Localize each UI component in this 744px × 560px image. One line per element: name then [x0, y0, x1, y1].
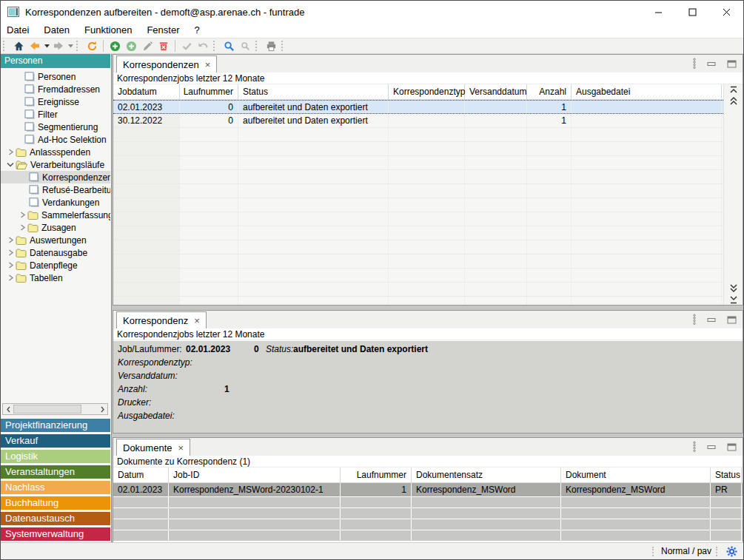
table-row[interactable]: 02.01.2023Korrespondenz_MSWord-20230102-…	[113, 483, 743, 497]
tab-close-icon[interactable]: ×	[178, 442, 184, 453]
tab-close-icon[interactable]: ×	[194, 315, 200, 326]
column-header-dokument[interactable]: Dokument	[561, 468, 711, 482]
module-bar-logistik[interactable]: Logistik	[1, 450, 110, 463]
table-row[interactable]	[113, 269, 723, 283]
sidebar-item-datenpflege[interactable]: Datenpflege	[1, 259, 110, 271]
sidebar-item-sammelerfassung[interactable]: Sammelerfassung	[1, 209, 110, 221]
column-header-laufnummer[interactable]: Laufnummer	[341, 468, 412, 482]
sidebar-item-datenausgabe[interactable]: Datenausgabe	[1, 246, 110, 259]
panel-menu-dots-icon[interactable]	[692, 441, 697, 455]
scroll-left-icon[interactable]	[3, 404, 13, 414]
panel-minimize-icon[interactable]	[707, 443, 717, 453]
close-icon[interactable]	[709, 1, 743, 23]
module-bar-datenaustausch[interactable]: Datenaustausch	[1, 512, 110, 525]
scrollbar-thumb[interactable]	[13, 405, 81, 414]
table-row[interactable]	[113, 519, 743, 530]
table-row[interactable]	[113, 497, 743, 508]
back-icon[interactable]	[27, 38, 43, 53]
menu-item-help[interactable]: ?	[187, 23, 207, 38]
column-header-anzahl[interactable]: Anzahl	[527, 84, 572, 99]
table-row[interactable]	[113, 142, 723, 156]
delete-icon[interactable]	[155, 38, 172, 53]
sidebar-item-zusagen[interactable]: Zusagen	[1, 221, 110, 234]
add-secondary-icon[interactable]	[123, 38, 139, 53]
chevron-right-icon[interactable]	[5, 249, 16, 256]
page-down-icon[interactable]	[724, 283, 743, 294]
menu-item-daten[interactable]: Daten	[36, 23, 77, 38]
table-row[interactable]	[113, 128, 723, 142]
table-row[interactable]	[113, 530, 743, 542]
table-row[interactable]: 02.01.20230aufbereitet und Daten exporti…	[113, 100, 723, 114]
tab-close-icon[interactable]: ×	[205, 59, 211, 70]
chevron-right-icon[interactable]	[5, 237, 16, 243]
module-bar-buchhaltung[interactable]: Buchhaltung	[1, 496, 110, 510]
forward-icon[interactable]	[50, 38, 67, 53]
print-icon[interactable]	[263, 38, 279, 53]
table-row[interactable]	[113, 297, 723, 305]
module-bar-veranstaltungen[interactable]: Veranstaltungen	[1, 465, 110, 479]
column-header-korrespondenztyp[interactable]: Korrespondenztyp	[389, 84, 465, 99]
sidebar-item-ad-hoc-selektion[interactable]: Ad-Hoc Selektion	[1, 133, 110, 146]
module-bar-verkauf[interactable]: Verkauf	[1, 434, 110, 448]
table-row[interactable]: 30.12.20220aufbereitet und Daten exporti…	[113, 114, 723, 128]
sidebar-item-verdankungen[interactable]: Verdankungen	[1, 196, 110, 209]
chevron-right-icon[interactable]	[17, 212, 27, 218]
scroll-top-icon[interactable]	[724, 84, 743, 95]
table-row[interactable]	[113, 254, 723, 269]
refresh-icon[interactable]	[84, 38, 100, 53]
page-up-icon[interactable]	[724, 95, 743, 107]
sidebar-item-verarbeitungsläufe[interactable]: Verarbeitungsläufe	[1, 158, 110, 171]
caret-down-icon[interactable]	[67, 44, 74, 48]
tab-korrespondenzen[interactable]: Korrespondenzen ×	[116, 55, 217, 73]
column-header-dokumentensatz[interactable]: Dokumentensatz	[412, 468, 561, 482]
tab-dokumente[interactable]: Dokumente ×	[116, 439, 190, 456]
panel-menu-dots-icon[interactable]	[692, 314, 697, 328]
column-header-status[interactable]: Status	[238, 84, 389, 99]
sidebar-item-personen[interactable]: Personen	[1, 70, 110, 83]
sidebar-item-tabellen[interactable]: Tabellen	[1, 271, 110, 284]
sidebar-item-auswertungen[interactable]: Auswertungen	[1, 234, 110, 246]
home-icon[interactable]	[10, 38, 27, 53]
module-bar-nachlass[interactable]: Nachlass	[1, 481, 110, 494]
caret-down-icon[interactable]	[43, 44, 50, 48]
column-header-job-id[interactable]: Job-ID	[169, 468, 341, 482]
menu-item-fenster[interactable]: Fenster	[139, 23, 187, 38]
minimize-icon[interactable]	[641, 1, 675, 23]
settings-gear-icon[interactable]	[726, 546, 737, 557]
module-bar-systemverwaltung[interactable]: Systemverwaltung	[1, 527, 110, 541]
chevron-right-icon[interactable]	[17, 224, 27, 231]
sidebar-horizontal-scrollbar[interactable]	[2, 403, 108, 415]
panel-menu-dots-icon[interactable]	[692, 58, 697, 72]
column-header-jobdatum[interactable]: Jobdatum	[113, 84, 180, 99]
column-header-versanddatum[interactable]: Versanddatum	[465, 84, 527, 99]
table-row[interactable]	[113, 240, 723, 254]
panel-maximize-icon[interactable]	[727, 443, 737, 453]
table-row[interactable]	[113, 508, 743, 519]
sidebar-item-filter[interactable]: Filter	[1, 108, 110, 121]
menu-item-datei[interactable]: Datei	[1, 23, 36, 38]
sidebar-item-refusé-bearbeitung[interactable]: Refusé-Bearbeitung	[1, 183, 110, 196]
panel-maximize-icon[interactable]	[727, 316, 737, 326]
search-icon[interactable]	[221, 38, 237, 53]
column-header-datum[interactable]: Datum	[113, 468, 169, 482]
panel-minimize-icon[interactable]	[707, 316, 717, 326]
add-icon[interactable]	[107, 38, 123, 53]
table-row[interactable]	[113, 170, 723, 184]
tab-korrespondenz[interactable]: Korrespondenz ×	[116, 311, 207, 329]
table-row[interactable]	[113, 212, 723, 226]
confirm-icon[interactable]	[178, 38, 195, 53]
search-secondary-icon[interactable]	[237, 38, 253, 53]
menu-item-funktionen[interactable]: Funktionen	[77, 23, 139, 38]
module-bar-projektfinanzierung[interactable]: Projektfinanzierung	[1, 419, 110, 432]
chevron-down-icon[interactable]	[5, 161, 16, 168]
panel-minimize-icon[interactable]	[707, 60, 717, 70]
scroll-right-icon[interactable]	[97, 404, 107, 414]
table-row[interactable]	[113, 226, 723, 240]
chevron-right-icon[interactable]	[5, 262, 16, 269]
chevron-right-icon[interactable]	[5, 274, 16, 281]
sidebar-item-ereignisse[interactable]: Ereignisse	[1, 95, 110, 108]
sidebar-item-fremdadressen[interactable]: Fremdadressen	[1, 83, 110, 95]
chevron-right-icon[interactable]	[5, 149, 16, 155]
table-row[interactable]	[113, 283, 723, 297]
maximize-icon[interactable]	[675, 1, 709, 23]
